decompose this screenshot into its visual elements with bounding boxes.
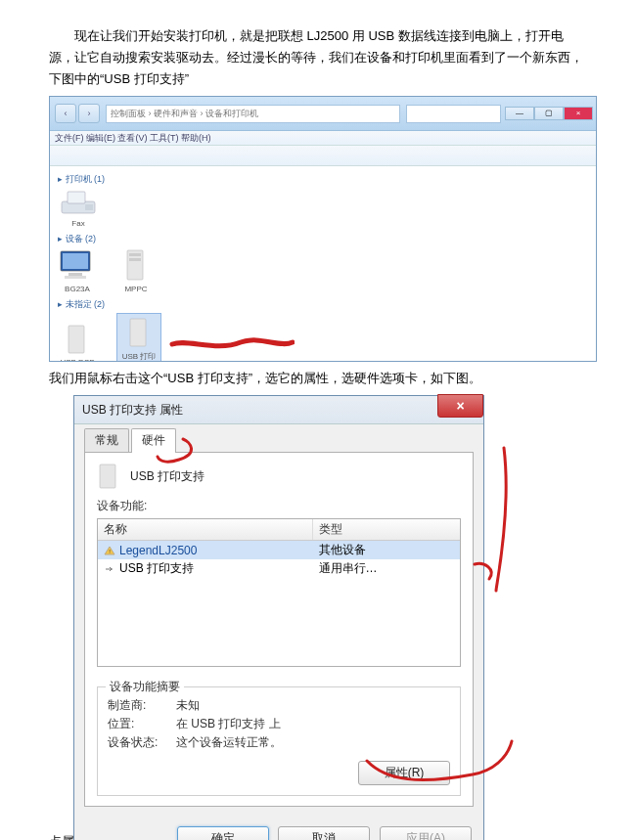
svg-rect-14 (100, 464, 115, 488)
device-label: USB DSP Device (58, 358, 97, 362)
maximize-button[interactable]: ▢ (534, 107, 564, 120)
tab-panel: USB 打印支持 设备功能: 名称 类型 ! LegendLJ2500 (84, 453, 474, 807)
mfr-label: 制造商: (108, 697, 176, 714)
device-label: MPPC (116, 285, 156, 293)
stat-label: 设备状态: (108, 734, 176, 751)
device-tower[interactable]: MPPC (116, 247, 156, 293)
tab-hardware[interactable]: 硬件 (131, 428, 176, 453)
svg-rect-11 (130, 319, 146, 346)
apply-button[interactable]: 应用(A) (380, 826, 472, 840)
device-functions-label: 设备功能: (97, 498, 461, 514)
device-box-icon (63, 323, 92, 356)
svg-rect-2 (85, 204, 93, 210)
section-devices[interactable]: ▸ 设备 (2) (58, 233, 588, 245)
warning-icon: ! (104, 546, 115, 555)
fax-icon (58, 188, 99, 217)
usb-icon (104, 564, 115, 574)
dialog-title: USB 打印支持 属性 (82, 402, 183, 419)
mfr-value: 未知 (176, 697, 200, 714)
summary-legend: 设备功能摘要 (106, 679, 184, 695)
body-paragraph-2: 我们用鼠标右击这个“USB 打印支持”，选它的属性，选硬件选项卡，如下图。 (49, 368, 587, 389)
svg-rect-1 (68, 192, 85, 203)
nav-forward-button[interactable]: › (78, 104, 100, 123)
section-unspecified[interactable]: ▸ 未指定 (2) (58, 298, 588, 311)
window-titlebar: ‹ › 控制面板 › 硬件和声音 › 设备和打印机 — ▢ × (50, 97, 596, 131)
summary-group: 设备功能摘要 制造商: 未知 位置: 在 USB 打印支持 上 设备状态: 这个… (97, 686, 461, 796)
svg-rect-10 (68, 326, 84, 353)
device-label: BG23A (58, 285, 97, 293)
devices-window: ‹ › 控制面板 › 硬件和声音 › 设备和打印机 — ▢ × 文件(F) 编辑… (49, 96, 597, 362)
list-item[interactable]: USB 打印支持 通用串行… (98, 559, 460, 578)
tower-icon (117, 247, 155, 283)
col-header-type[interactable]: 类型 (313, 519, 460, 540)
toolbar (50, 146, 596, 166)
tab-strip: 常规 硬件 (84, 430, 474, 453)
close-button[interactable]: × (437, 394, 483, 418)
device-fax[interactable]: Fax (58, 188, 99, 228)
device-box-icon (124, 316, 154, 349)
device-list[interactable]: 名称 类型 ! LegendLJ2500 其他设备 (97, 518, 461, 667)
loc-value: 在 USB 打印支持 上 (176, 716, 281, 732)
section-printers[interactable]: ▸ 打印机 (1) (58, 173, 588, 186)
close-icon: × (456, 398, 464, 414)
panel-title: USB 打印支持 (130, 468, 204, 485)
device-box-icon (97, 463, 120, 490)
dialog-titlebar: USB 打印支持 属性 × (74, 396, 483, 424)
close-button[interactable]: × (564, 107, 593, 120)
svg-rect-9 (129, 258, 141, 261)
list-item-name: USB 打印支持 (119, 560, 194, 577)
body-paragraph-1: 现在让我们开始安装打印机，就是把联想 LJ2500 用 USB 数据线连接到电脑… (49, 25, 587, 90)
monitor-icon (59, 247, 96, 283)
address-bar[interactable]: 控制面板 › 硬件和声音 › 设备和打印机 (106, 105, 400, 123)
cancel-button[interactable]: 取消 (278, 826, 370, 840)
stat-value: 这个设备运转正常。 (176, 734, 282, 751)
device-label: Fax (58, 219, 99, 228)
device-monitor[interactable]: BG23A (58, 247, 97, 293)
list-item-type: 其他设备 (313, 541, 460, 559)
col-header-name[interactable]: 名称 (98, 519, 313, 540)
search-input[interactable] (406, 105, 501, 123)
device-usb-print-support[interactable]: USB 打印支持 (116, 313, 161, 362)
nav-back-button[interactable]: ‹ (55, 104, 76, 123)
loc-label: 位置: (108, 716, 176, 732)
device-usb-dsp[interactable]: USB DSP Device (58, 323, 97, 362)
dialog-button-row: 确定 取消 应用(A) (74, 817, 483, 840)
list-item-type: 通用串行… (313, 559, 460, 578)
tab-general[interactable]: 常规 (84, 428, 129, 452)
list-item-name: LegendLJ2500 (119, 544, 197, 557)
svg-rect-8 (129, 253, 141, 256)
devices-content: ▸ 打印机 (1) Fax ▸ 设备 (2) (50, 166, 596, 362)
list-item-selected[interactable]: ! LegendLJ2500 其他设备 (98, 541, 460, 559)
svg-rect-6 (65, 276, 86, 279)
device-label: USB 打印支持 (119, 351, 159, 362)
properties-button[interactable]: 属性(R) (358, 761, 450, 785)
ok-button[interactable]: 确定 (177, 826, 269, 840)
svg-rect-5 (68, 273, 82, 276)
properties-dialog: USB 打印支持 属性 × 常规 硬件 USB 打印支持 (73, 395, 484, 840)
svg-rect-4 (63, 253, 88, 269)
minimize-button[interactable]: — (505, 107, 534, 120)
menu-bar[interactable]: 文件(F) 编辑(E) 查看(V) 工具(T) 帮助(H) (50, 131, 596, 146)
